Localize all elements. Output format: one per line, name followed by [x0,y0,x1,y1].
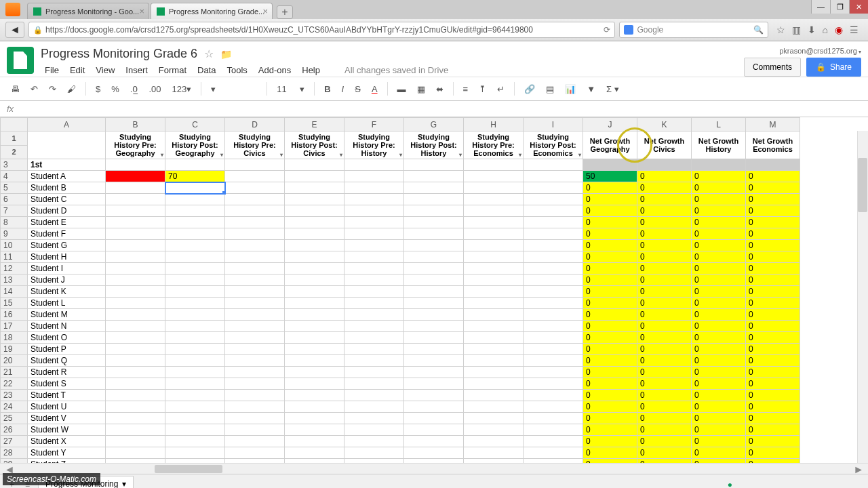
row-header[interactable]: 20 [1,355,28,367]
column-header[interactable]: E [285,118,344,131]
menu-addons[interactable]: Add-ons [254,64,295,77]
cell[interactable] [637,159,692,171]
cell[interactable]: 0 [583,228,637,240]
cell[interactable]: 0 [746,424,800,436]
menu-help[interactable]: Help [298,64,324,77]
cell[interactable] [524,251,583,263]
cell[interactable]: 0 [746,355,800,367]
cell[interactable] [225,367,285,378]
cell[interactable]: 0 [692,182,746,194]
cell[interactable] [404,171,464,182]
cell[interactable]: 0 [637,355,692,367]
cell[interactable] [464,436,524,447]
cell[interactable] [285,344,344,355]
cell[interactable] [464,240,524,251]
cell[interactable] [404,217,464,228]
row-header[interactable]: 18 [1,332,28,344]
cell[interactable]: 0 [583,390,637,401]
row-header[interactable]: 3 [1,159,28,171]
cell[interactable]: 0 [637,240,692,251]
cell[interactable] [524,367,583,378]
cell[interactable] [106,378,165,390]
cell[interactable] [404,390,464,401]
cell[interactable] [464,401,524,413]
cell[interactable] [285,182,344,194]
cell[interactable] [225,217,285,228]
h-align-icon[interactable]: ≡ [459,81,473,97]
cell[interactable]: 0 [637,228,692,240]
cell[interactable] [344,367,404,378]
cell[interactable]: 0 [746,401,800,413]
cell[interactable]: 0 [746,263,800,274]
cell[interactable] [106,459,165,463]
cell[interactable]: 0 [583,194,637,205]
cell[interactable] [165,217,225,228]
cell[interactable]: 0 [692,240,746,251]
cell[interactable] [524,459,583,463]
cell[interactable] [225,413,285,424]
cell[interactable]: 0 [692,332,746,344]
cell[interactable] [165,321,225,332]
cell[interactable] [106,251,165,263]
cell[interactable] [344,286,404,298]
column-header[interactable]: F [344,118,404,131]
cell[interactable]: Student P [28,344,106,355]
row-header[interactable]: 7 [1,205,28,217]
cell[interactable] [106,367,165,378]
cell[interactable] [225,321,285,332]
cell[interactable]: 0 [746,447,800,459]
cell[interactable] [106,194,165,205]
cell[interactable] [524,286,583,298]
column-title[interactable]: Net Growth Geography [583,131,637,159]
cell[interactable] [344,355,404,367]
cell[interactable] [404,298,464,309]
cell[interactable] [165,205,225,217]
column-title[interactable]: Studying History Pre: History [344,131,404,159]
cell[interactable] [404,447,464,459]
cell[interactable] [285,436,344,447]
cell[interactable] [404,205,464,217]
row-header[interactable]: 27 [1,436,28,447]
cell[interactable]: 0 [583,309,637,321]
functions-icon[interactable]: Σ ▾ [602,81,623,97]
cell[interactable] [464,321,524,332]
firefox-menu-button[interactable] [5,3,20,16]
share-button[interactable]: 🔒 Share [806,58,861,77]
cell[interactable]: 0 [746,240,800,251]
cell[interactable] [165,251,225,263]
select-all-corner[interactable] [1,118,28,131]
cell[interactable]: 0 [583,459,637,463]
cell[interactable] [464,217,524,228]
cell[interactable] [225,401,285,413]
cell[interactable] [404,251,464,263]
cell[interactable]: 0 [583,286,637,298]
cell[interactable] [464,447,524,459]
cell[interactable] [165,424,225,436]
menu-file[interactable]: File [41,64,63,77]
row-header[interactable]: 21 [1,367,28,378]
cell[interactable] [165,263,225,274]
cell[interactable] [165,332,225,344]
cell[interactable] [344,413,404,424]
cell[interactable] [165,194,225,205]
cell[interactable]: 0 [692,228,746,240]
star-icon[interactable]: ☆ [204,47,214,60]
cell[interactable] [225,298,285,309]
cell[interactable] [285,332,344,344]
move-folder-icon[interactable]: 📁 [220,49,232,60]
cell[interactable]: 0 [746,171,800,182]
redo-icon[interactable]: ↷ [45,81,60,97]
cell[interactable] [464,355,524,367]
cell[interactable] [106,274,165,286]
cell[interactable] [225,263,285,274]
cell[interactable]: 0 [746,228,800,240]
row-header[interactable]: 1 [1,131,28,146]
new-tab-button[interactable]: + [277,5,293,19]
menu-data[interactable]: Data [193,64,220,77]
sheets-logo[interactable] [7,47,34,74]
column-title[interactable]: Net Growth Economics [746,131,800,159]
maximize-button[interactable]: ❐ [830,0,849,14]
cell[interactable]: 0 [583,205,637,217]
cell[interactable] [225,424,285,436]
address-bar[interactable]: 🔒 https://docs.google.com/a/crsd1275.org… [28,22,615,38]
